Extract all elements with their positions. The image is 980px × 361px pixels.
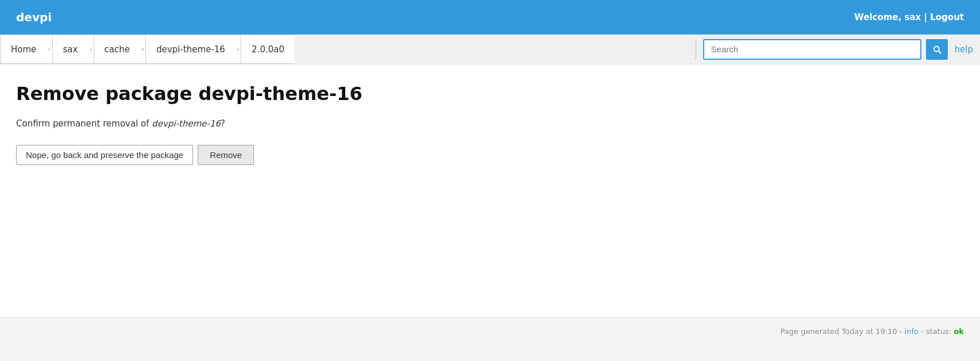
- remove-button[interactable]: Remove: [198, 145, 254, 165]
- username: sax: [905, 12, 921, 22]
- navbar: Home › sax › cache › devpi-theme-16 › 2.…: [0, 34, 980, 64]
- logout-link[interactable]: Logout: [930, 12, 964, 22]
- breadcrumb-sep-4: ›: [236, 34, 241, 64]
- breadcrumb-link-home[interactable]: Home: [0, 34, 47, 64]
- footer-status-prefix: - status:: [919, 327, 954, 336]
- package-name: devpi-theme-16: [152, 118, 221, 129]
- confirm-text: Confirm permanent removal of devpi-theme…: [16, 118, 964, 129]
- breadcrumb-item-home[interactable]: Home: [0, 34, 47, 64]
- search-button[interactable]: [926, 39, 948, 60]
- search-area: help: [703, 39, 980, 60]
- breadcrumb-item-version[interactable]: 2.0.0a0: [241, 34, 295, 64]
- preserve-button[interactable]: Nope, go back and preserve the package: [16, 145, 193, 165]
- breadcrumb-link-sax[interactable]: sax: [52, 34, 88, 64]
- search-input[interactable]: [703, 39, 921, 60]
- footer-generated-text: Page generated Today at 19:10 -: [780, 327, 904, 336]
- status-badge: ok: [954, 327, 964, 336]
- main-content: Remove package devpi-theme-16 Confirm pe…: [0, 64, 980, 317]
- breadcrumb-item-package[interactable]: devpi-theme-16: [145, 34, 236, 64]
- info-link[interactable]: info: [905, 327, 919, 336]
- site-logo: devpi: [16, 10, 52, 24]
- header: devpi Welcome, sax | Logout: [0, 0, 980, 34]
- breadcrumb-sep-1: ›: [47, 34, 52, 64]
- search-icon: [932, 44, 942, 55]
- breadcrumb-link-version[interactable]: 2.0.0a0: [241, 34, 295, 64]
- breadcrumb: Home › sax › cache › devpi-theme-16 › 2.…: [0, 34, 689, 64]
- breadcrumb-link-cache[interactable]: cache: [94, 34, 140, 64]
- breadcrumb-sep-2: ›: [88, 34, 93, 64]
- breadcrumb-item-sax[interactable]: sax: [52, 34, 88, 64]
- action-buttons: Nope, go back and preserve the package R…: [16, 145, 964, 165]
- breadcrumb-item-cache[interactable]: cache: [94, 34, 140, 64]
- page-title: Remove package devpi-theme-16: [16, 83, 964, 105]
- header-user-info: Welcome, sax | Logout: [854, 12, 964, 22]
- breadcrumb-link-package[interactable]: devpi-theme-16: [145, 34, 236, 64]
- help-link[interactable]: help: [955, 44, 973, 55]
- footer: Page generated Today at 19:10 - info - s…: [0, 317, 980, 345]
- breadcrumb-sep-3: ›: [140, 34, 145, 64]
- navbar-divider: [696, 39, 696, 60]
